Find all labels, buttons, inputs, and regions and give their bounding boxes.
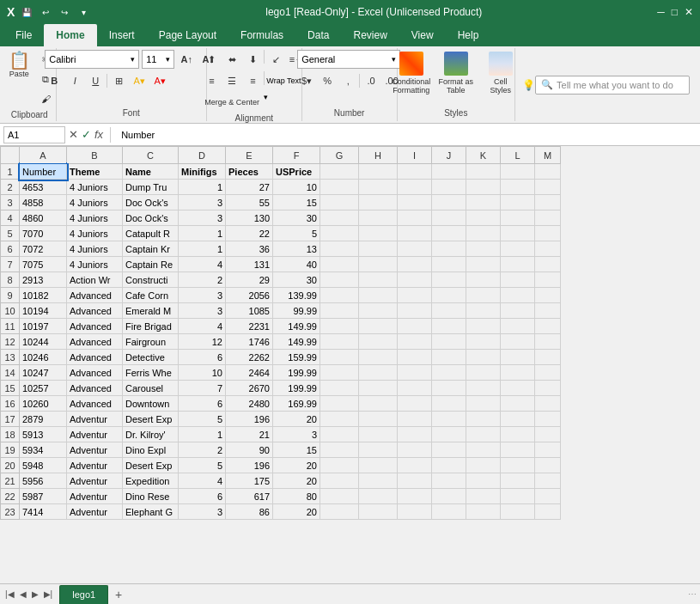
sheet-tab-lego1[interactable]: lego1 <box>59 585 108 604</box>
cell-15-3[interactable]: Carousel <box>123 381 179 396</box>
cell-14-4[interactable]: 10 <box>179 365 226 381</box>
cell-16-13[interactable] <box>535 396 561 412</box>
cell-19-6[interactable]: 15 <box>273 442 320 458</box>
cell-12-6[interactable]: 149.99 <box>273 334 320 350</box>
cell-12-3[interactable]: Fairgroun <box>123 334 179 350</box>
row-header-6[interactable]: 6 <box>1 241 20 257</box>
scroll-bar-area[interactable]: ⋯ <box>688 589 697 599</box>
cell-20-3[interactable]: Desert Exp <box>123 458 179 473</box>
cell-22-12[interactable] <box>501 489 535 504</box>
cell-4-9[interactable] <box>398 210 432 226</box>
cell-12-5[interactable]: 1746 <box>226 334 273 350</box>
cell-16-9[interactable] <box>398 396 432 412</box>
cell-18-1[interactable]: 5913 <box>20 427 67 442</box>
cell-6-12[interactable] <box>501 241 535 257</box>
cell-18-9[interactable] <box>398 427 432 442</box>
cell-15-12[interactable] <box>501 381 535 396</box>
cell-12-2[interactable]: Advanced <box>67 334 123 350</box>
row-header-3[interactable]: 3 <box>1 195 20 210</box>
tab-view[interactable]: View <box>399 24 446 46</box>
cell-23-7[interactable] <box>320 504 359 520</box>
cell-22-9[interactable] <box>398 489 432 504</box>
cell-6-7[interactable] <box>320 241 359 257</box>
font-color-button[interactable]: A▾ <box>150 71 169 90</box>
col-header-b[interactable]: B <box>67 147 123 164</box>
cell-7-8[interactable] <box>359 257 398 272</box>
cell-15-1[interactable]: 10257 <box>20 381 67 396</box>
cell-22-6[interactable]: 80 <box>273 489 320 504</box>
tab-help[interactable]: Help <box>446 24 491 46</box>
cell-13-10[interactable] <box>432 350 466 365</box>
cell-8-5[interactable]: 29 <box>226 272 273 288</box>
cell-17-10[interactable] <box>432 412 466 427</box>
cell-10-2[interactable]: Advanced <box>67 303 123 319</box>
cell-9-8[interactable] <box>359 288 398 303</box>
cell-11-9[interactable] <box>398 319 432 334</box>
cell-3-7[interactable] <box>320 195 359 210</box>
cell-15-9[interactable] <box>398 381 432 396</box>
cell-20-11[interactable] <box>466 458 501 473</box>
row-header-8[interactable]: 8 <box>1 272 20 288</box>
cell-9-2[interactable]: Advanced <box>67 288 123 303</box>
cell-7-11[interactable] <box>466 257 501 272</box>
formula-input[interactable]: Number <box>118 130 697 140</box>
cell-4-8[interactable] <box>359 210 398 226</box>
paste-button[interactable]: 📋 Paste <box>3 50 34 80</box>
cell-5-11[interactable] <box>466 226 501 241</box>
conditional-formatting-button[interactable]: Conditional Formatting <box>390 50 433 96</box>
cell-13-11[interactable] <box>466 350 501 365</box>
cell-10-7[interactable] <box>320 303 359 319</box>
cell-19-10[interactable] <box>432 442 466 458</box>
col-header-i[interactable]: I <box>398 147 432 164</box>
cell-21-7[interactable] <box>320 473 359 489</box>
col-header-h[interactable]: H <box>359 147 398 164</box>
cell-2-8[interactable] <box>359 180 398 195</box>
cell-12-13[interactable] <box>535 334 561 350</box>
save-icon[interactable]: 💾 <box>20 5 33 19</box>
cell-14-11[interactable] <box>466 365 501 381</box>
cell-9-7[interactable] <box>320 288 359 303</box>
cell-23-3[interactable]: Elephant G <box>123 504 179 520</box>
cell-13-3[interactable]: Detective <box>123 350 179 365</box>
row-header-12[interactable]: 12 <box>1 334 20 350</box>
cell-11-6[interactable]: 149.99 <box>273 319 320 334</box>
cell-9-5[interactable]: 2056 <box>226 288 273 303</box>
next-sheet-btn[interactable]: ▶ <box>30 588 40 601</box>
cell-9-13[interactable] <box>535 288 561 303</box>
cell-22-3[interactable]: Dino Rese <box>123 489 179 504</box>
tab-formulas[interactable]: Formulas <box>228 24 295 46</box>
cell-2-2[interactable]: 4 Juniors <box>67 180 123 195</box>
prev-sheet-btn[interactable]: ◀ <box>18 588 28 601</box>
cell-23-1[interactable]: 7414 <box>20 504 67 520</box>
cell-7-6[interactable]: 40 <box>273 257 320 272</box>
table-row[interactable]: 82913Action WrConstructi22930 <box>1 272 561 288</box>
col-header-f[interactable]: F <box>273 147 320 164</box>
cell-17-12[interactable] <box>501 412 535 427</box>
cell-21-1[interactable]: 5956 <box>20 473 67 489</box>
cell-8-11[interactable] <box>466 272 501 288</box>
cell-2-1[interactable]: 4653 <box>20 180 67 195</box>
cancel-formula-icon[interactable]: ✕ <box>69 128 78 141</box>
cell-23-13[interactable] <box>535 504 561 520</box>
cell-11-3[interactable]: Fire Brigad <box>123 319 179 334</box>
cell-5-6[interactable]: 5 <box>273 226 320 241</box>
cell-1-1[interactable]: Number <box>20 164 67 180</box>
cell-1-13[interactable] <box>535 164 561 180</box>
cell-4-13[interactable] <box>535 210 561 226</box>
cell-15-11[interactable] <box>466 381 501 396</box>
tab-file[interactable]: File <box>3 24 44 46</box>
cell-19-2[interactable]: Adventur <box>67 442 123 458</box>
number-format-selector[interactable]: General ▾ <box>297 50 400 69</box>
cell-14-1[interactable]: 10247 <box>20 365 67 381</box>
cell-21-13[interactable] <box>535 473 561 489</box>
wrap-text-button[interactable]: Wrap Text <box>266 71 301 90</box>
cell-15-10[interactable] <box>432 381 466 396</box>
cell-18-8[interactable] <box>359 427 398 442</box>
cell-5-2[interactable]: 4 Juniors <box>67 226 123 241</box>
row-header-10[interactable]: 10 <box>1 303 20 319</box>
cell-12-10[interactable] <box>432 334 466 350</box>
row-header-22[interactable]: 22 <box>1 489 20 504</box>
cell-20-7[interactable] <box>320 458 359 473</box>
cell-23-12[interactable] <box>501 504 535 520</box>
cell-17-11[interactable] <box>466 412 501 427</box>
